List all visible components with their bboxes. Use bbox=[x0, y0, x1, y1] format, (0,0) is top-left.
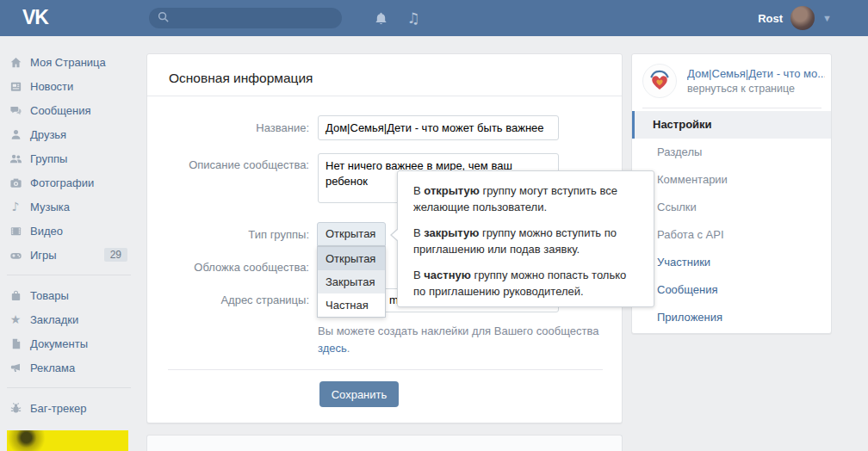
dropdown-option-private[interactable]: Частная bbox=[318, 293, 385, 317]
search-icon bbox=[157, 10, 170, 26]
games-count-badge: 29 bbox=[104, 248, 127, 262]
ad-banner[interactable] bbox=[7, 430, 128, 451]
cover-label: Обложка сообщества: bbox=[147, 256, 309, 280]
music-icon: ♪ bbox=[9, 200, 22, 213]
dropdown-option-closed[interactable]: Закрытая bbox=[318, 270, 385, 293]
top-bar: VK ♫ Rost ▼ bbox=[0, 0, 868, 36]
chevron-down-icon: ▼ bbox=[822, 13, 832, 23]
description-label: Описание сообщества: bbox=[147, 157, 309, 174]
card-divider bbox=[168, 369, 603, 370]
search-input[interactable] bbox=[149, 8, 342, 28]
stickers-here-link[interactable]: здесь bbox=[318, 342, 347, 355]
menu-item-apps[interactable]: Приложения bbox=[632, 304, 831, 331]
vk-logo[interactable]: VK bbox=[22, 6, 48, 29]
page-title: Основная информация bbox=[169, 71, 313, 86]
music-player-icon[interactable]: ♫ bbox=[405, 9, 422, 27]
group-type-dropdown: Открытая Закрытая Частная bbox=[317, 246, 386, 318]
group-panel-card: Дом|Семья|Дети - что мо... вернуться к с… bbox=[631, 53, 832, 334]
groups-icon bbox=[9, 151, 22, 165]
sidebar-item-documents[interactable]: Документы bbox=[0, 331, 138, 355]
market-icon bbox=[9, 288, 22, 302]
group-title-link[interactable]: Дом|Семья|Дети - что мо... bbox=[687, 67, 825, 80]
sidebar-divider bbox=[7, 275, 131, 275]
home-icon bbox=[9, 55, 22, 69]
left-sidebar: Моя Страница Новости Сообщения Друзья Гр… bbox=[0, 50, 138, 420]
tooltip-paragraph: В закрытую группу можно вступить по приг… bbox=[413, 225, 638, 257]
vk-settings-page: VK ♫ Rost ▼ Моя Страница Новости bbox=[0, 0, 868, 451]
menu-item-members[interactable]: Участники bbox=[632, 249, 831, 276]
sidebar-item-bugtracker[interactable]: Баг-трекер bbox=[0, 396, 138, 420]
user-menu[interactable]: Rost ▼ bbox=[758, 0, 832, 36]
group-type-select[interactable]: Открытая bbox=[317, 222, 386, 246]
sidebar-item-news[interactable]: Новости bbox=[0, 74, 138, 98]
friends-icon bbox=[9, 127, 22, 141]
dropdown-option-open[interactable]: Открытая bbox=[318, 247, 385, 270]
menu-item-comments[interactable]: Комментарии bbox=[632, 166, 831, 194]
sidebar-divider bbox=[7, 387, 131, 388]
tooltip-paragraph: В открытую группу могут вступить все жел… bbox=[413, 182, 638, 215]
games-icon bbox=[9, 248, 22, 262]
sidebar-item-bookmarks[interactable]: ★ Закладки bbox=[0, 307, 138, 331]
user-avatar bbox=[790, 6, 815, 30]
menu-item-links[interactable]: Ссылки bbox=[632, 194, 831, 221]
sidebar-item-ads[interactable]: Реклама bbox=[0, 355, 138, 380]
menu-item-sections[interactable]: Разделы bbox=[632, 139, 831, 166]
sidebar-item-my-page[interactable]: Моя Страница bbox=[0, 50, 138, 74]
sidebar-item-messages[interactable]: Сообщения bbox=[0, 98, 138, 122]
group-name-input[interactable]: Дом|Семья|Дети - что может быть важнее bbox=[318, 115, 559, 140]
group-type-tooltip: В открытую группу могут вступить все жел… bbox=[397, 170, 654, 307]
sidebar-item-video[interactable]: Видео bbox=[0, 219, 138, 243]
save-button[interactable]: Сохранить bbox=[319, 381, 399, 407]
video-icon bbox=[9, 224, 22, 238]
bug-icon bbox=[9, 401, 22, 415]
sidebar-item-groups[interactable]: Группы bbox=[0, 146, 138, 170]
news-icon bbox=[9, 79, 22, 93]
menu-item-settings[interactable]: Настройки bbox=[632, 111, 831, 139]
bookmarks-icon: ★ bbox=[9, 312, 22, 326]
panel-divider bbox=[642, 108, 822, 108]
sidebar-item-games[interactable]: Игры 29 bbox=[0, 243, 138, 267]
sidebar-item-market[interactable]: Товары bbox=[0, 283, 138, 307]
sidebar-item-friends[interactable]: Друзья bbox=[0, 122, 138, 146]
sidebar-item-photos[interactable]: Фотографии bbox=[0, 170, 138, 195]
documents-icon bbox=[9, 337, 22, 350]
photos-icon bbox=[9, 176, 22, 189]
sidebar-item-music[interactable]: ♪ Музыка bbox=[0, 195, 138, 219]
back-to-page-link[interactable]: вернуться к странице bbox=[687, 83, 795, 95]
tooltip-paragraph: В частную группу можно попасть только по… bbox=[413, 267, 638, 300]
menu-item-api[interactable]: Работа с API bbox=[632, 221, 831, 249]
card-divider bbox=[147, 96, 622, 96]
address-label: Адрес страницы: bbox=[147, 288, 309, 312]
user-name: Rost bbox=[758, 12, 783, 25]
stickers-note: Вы можете создать наклейки для Вашего со… bbox=[318, 323, 598, 357]
messages-icon bbox=[9, 103, 22, 117]
menu-item-messages[interactable]: Сообщения bbox=[632, 276, 831, 304]
notifications-bell-icon[interactable] bbox=[372, 9, 389, 27]
name-label: Название: bbox=[147, 115, 309, 140]
group-avatar[interactable] bbox=[642, 64, 677, 98]
settings-menu: Настройки Разделы Комментарии Ссылки Раб… bbox=[632, 111, 831, 331]
ads-icon bbox=[9, 361, 22, 374]
next-section-card bbox=[146, 435, 623, 451]
group-type-label: Тип группы: bbox=[147, 223, 309, 247]
